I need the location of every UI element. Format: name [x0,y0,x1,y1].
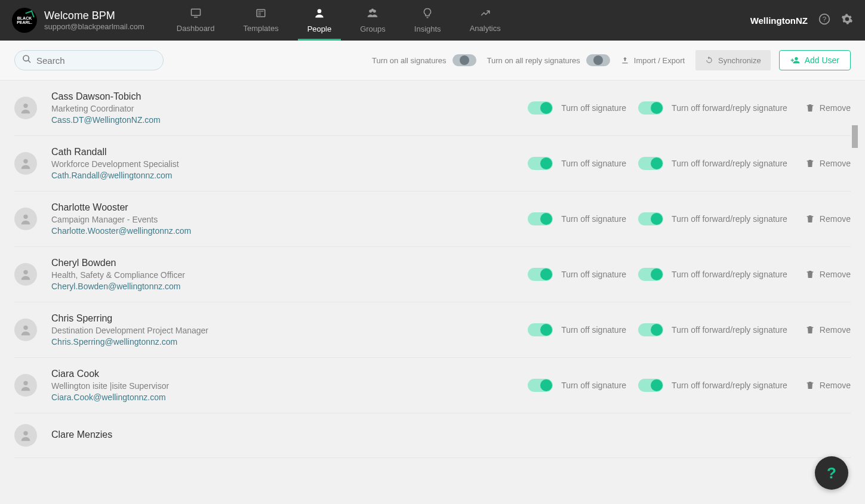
org-name[interactable]: WellingtonNZ [750,16,808,26]
reply-switch[interactable] [638,212,663,225]
nav-analytics[interactable]: Analytics [455,0,515,41]
person-info[interactable]: Cheryl BowdenHealth, Safety & Compliance… [51,258,528,291]
reply-signature-toggle: Turn off forward/reply signature [638,268,787,281]
reply-switch[interactable] [638,157,663,170]
synchronize-button[interactable]: Synchronize [695,50,771,70]
svg-point-20 [23,431,27,435]
svg-point-14 [23,104,27,108]
monitor-icon [189,8,202,21]
person-name: Cheryl Bowden [51,258,528,268]
signature-toggle: Turn off signature [528,212,626,225]
nav-label: Insights [414,24,441,33]
people-toolbar: Turn on all signatures Turn on all reply… [0,41,865,81]
svg-point-18 [23,326,27,330]
reply-switch[interactable] [638,379,663,392]
reply-switch[interactable] [638,101,663,115]
person-info[interactable]: Chris SperringDestination Development Pr… [51,313,528,347]
all-reply-signatures-toggle: Turn on all reply signatures [487,54,610,66]
svg-point-9 [371,9,374,12]
remove-button[interactable]: Remove [805,214,851,224]
remove-button[interactable]: Remove [805,325,851,335]
support-email: support@blackpearlmail.com [44,22,144,31]
svg-point-16 [23,215,27,219]
person-email: Cheryl.Bowden@wellingtonnz.com [51,282,528,291]
search-input-wrap[interactable] [14,50,164,70]
svg-rect-0 [191,9,200,16]
nav-label: Analytics [470,24,501,33]
person-email: Cath.Randall@wellingtonnz.com [51,171,528,180]
help-icon[interactable]: ? [818,13,830,27]
bulb-icon [422,7,433,22]
person-name: Chris Sperring [51,313,528,324]
reply-signature-toggle: Turn off forward/reply signature [638,212,787,225]
person-name: Charlotte Wooster [51,202,528,213]
trash-icon [805,159,815,168]
trash-icon [805,103,815,113]
signature-switch[interactable] [528,379,553,392]
table-row: Cass Dawson-TobichMarketing CoordinatorC… [14,81,851,136]
person-info[interactable]: Clare Menzies [51,429,851,442]
all-sig-switch[interactable] [452,54,476,66]
nav-groups[interactable]: Groups [346,0,400,41]
avatar [14,208,37,230]
remove-button[interactable]: Remove [805,159,851,168]
remove-button[interactable]: Remove [805,381,851,390]
scrollbar-thumb[interactable] [852,125,858,148]
gear-icon[interactable] [841,13,853,27]
reply-signature-toggle: Turn off forward/reply signature [638,101,787,115]
avatar [14,374,37,397]
person-title: Marketing Coordinator [51,104,528,113]
all-reply-switch[interactable] [586,54,610,66]
person-name: Cath Randall [51,147,528,157]
nav-templates[interactable]: Templates [229,0,293,41]
brand: BLACK PEARL. Welcome BPM support@blackpe… [12,8,144,33]
person-info[interactable]: Cath RandallWorkforce Development Specia… [51,147,528,180]
signature-switch[interactable] [528,101,553,115]
person-info[interactable]: Cass Dawson-TobichMarketing CoordinatorC… [51,91,528,125]
reply-switch[interactable] [638,268,663,281]
trash-icon [805,381,815,390]
person-email: Chris.Sperring@wellingtonnz.com [51,337,528,347]
import-export-link[interactable]: Import / Export [621,56,685,65]
signature-switch[interactable] [528,157,553,170]
user-icon [313,7,325,22]
nav-people[interactable]: People [293,0,346,41]
person-name: Clare Menzies [51,429,851,440]
svg-line-13 [28,60,30,63]
person-email: Ciara.Cook@wellingtonnz.com [51,392,528,402]
nav-label: People [307,24,331,33]
remove-button[interactable]: Remove [805,270,851,279]
svg-text:?: ? [823,15,827,23]
signature-switch[interactable] [528,323,553,336]
welcome-title: Welcome BPM [44,10,144,22]
svg-point-15 [23,159,27,163]
table-row: Charlotte WoosterCampaign Manager - Even… [14,191,851,247]
signature-toggle: Turn off signature [528,379,626,392]
avatar [14,424,37,447]
person-name: Ciara Cook [51,369,528,379]
nav-insights[interactable]: Insights [400,0,455,41]
trash-icon [805,325,815,335]
table-row: Chris SperringDestination Development Pr… [14,302,851,358]
brand-logo: BLACK PEARL. [12,8,37,33]
add-user-button[interactable]: Add User [779,50,851,70]
chart-icon [479,8,492,21]
person-info[interactable]: Ciara CookWellington isite |isite Superv… [51,369,528,402]
signature-switch[interactable] [528,268,553,281]
reply-switch[interactable] [638,323,663,336]
nav-dashboard[interactable]: Dashboard [162,0,229,41]
avatar [14,97,37,119]
person-email: Cass.DT@WellingtonNZ.com [51,115,528,125]
avatar [14,319,37,341]
people-list: Cass Dawson-TobichMarketing CoordinatorC… [0,81,865,458]
reply-signature-toggle: Turn off forward/reply signature [638,379,787,392]
person-title: Destination Development Project Manager [51,326,528,335]
svg-point-6 [318,9,322,13]
reply-signature-toggle: Turn off forward/reply signature [638,157,787,170]
search-input[interactable] [36,55,156,66]
person-info[interactable]: Charlotte WoosterCampaign Manager - Even… [51,202,528,236]
remove-button[interactable]: Remove [805,103,851,113]
signature-toggle: Turn off signature [528,268,626,281]
table-row: Clare Menzies [14,413,851,458]
signature-switch[interactable] [528,212,553,225]
